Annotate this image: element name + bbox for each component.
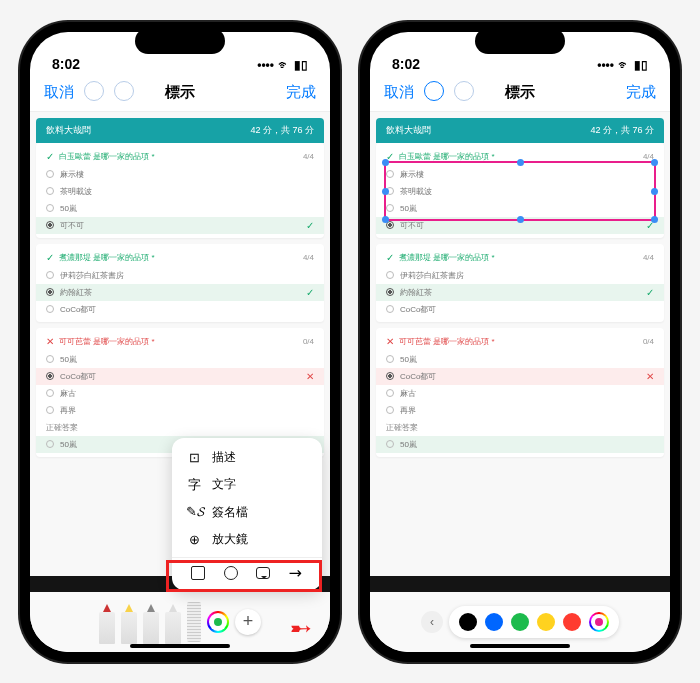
nav-bar: 取消 標示 完成: [370, 74, 670, 112]
question-card-1: ✓白玉歐蕾 是哪一家的品項 * 4/4 麻示樓 茶明載波 50嵐 可不可✓: [36, 143, 324, 238]
add-menu-popup: ⊡描述 字文字 ✎𝓢簽名檔 ⊕放大鏡 ↗: [172, 438, 322, 590]
undo-button[interactable]: [84, 81, 104, 104]
popup-item-magnifier[interactable]: ⊕放大鏡: [172, 526, 322, 553]
swatch-green[interactable]: [511, 613, 529, 631]
question-card-2: ✓煮濃那堤 是哪一家的品項 * 4/4 伊莉莎白紅茶書房 約翰紅茶✓ CoCo都…: [376, 244, 664, 322]
undo-button[interactable]: [424, 81, 444, 104]
nav-title: 標示: [165, 83, 195, 102]
redo-icon: [114, 81, 134, 101]
bottom-strip: [370, 576, 670, 592]
ruler-tool[interactable]: [187, 602, 201, 642]
phone-right: 8:02 ••••ᯤ▮▯ 取消 標示 完成 飲料大哉問 42 分，共 76 分 …: [360, 22, 680, 662]
pen-tool-1[interactable]: [99, 600, 115, 644]
dynamic-island: [475, 28, 565, 54]
eraser-tool[interactable]: [165, 600, 181, 644]
popup-item-describe[interactable]: ⊡描述: [172, 444, 322, 471]
phone-left: 8:02 ••••ᯤ▮▯ 取消 標示 完成 飲料大哉問 42 分，共 76 分 …: [20, 22, 340, 662]
redo-button[interactable]: [114, 81, 134, 104]
check-icon: ✓: [46, 252, 54, 263]
cancel-button[interactable]: 取消: [44, 83, 74, 102]
markup-toolbar: ‹: [370, 592, 670, 652]
annotation-arrow: ➸: [290, 613, 312, 644]
home-indicator[interactable]: [470, 644, 570, 648]
shape-arrow[interactable]: ↗: [287, 564, 305, 582]
home-indicator[interactable]: [130, 644, 230, 648]
question-card-2: ✓煮濃那堤 是哪一家的品項 * 4/4 伊莉莎白紅茶書房 約翰紅茶✓ CoCo都…: [36, 244, 324, 322]
done-button[interactable]: 完成: [286, 83, 316, 102]
describe-icon: ⊡: [186, 450, 202, 465]
signature-icon: ✎𝓢: [186, 504, 202, 520]
markup-toolbar: +: [30, 592, 330, 652]
nav-title: 標示: [505, 83, 535, 102]
swatch-black[interactable]: [459, 613, 477, 631]
question-card-1: ✓白玉歐蕾 是哪一家的品項 * 4/4 麻示樓 茶明載波 50嵐 可不可✓: [376, 143, 664, 238]
redo-icon: [454, 81, 474, 101]
quiz-score: 42 分，共 76 分: [250, 124, 314, 137]
question-card-3: ✕可可芭蕾 是哪一家的品項 * 0/4 50嵐 CoCo都可✕ 麻古 再界 正確…: [376, 328, 664, 457]
shape-speech-bubble[interactable]: [254, 564, 272, 582]
toolbar-back-button[interactable]: ‹: [421, 611, 443, 633]
quiz-header: 飲料大哉問 42 分，共 76 分: [36, 118, 324, 143]
magnifier-icon: ⊕: [186, 532, 202, 547]
popup-item-signature[interactable]: ✎𝓢簽名檔: [172, 499, 322, 526]
status-time: 8:02: [52, 56, 80, 72]
shape-square[interactable]: [189, 564, 207, 582]
undo-icon: [424, 81, 444, 101]
content-area[interactable]: 飲料大哉問 42 分，共 76 分 ✓白玉歐蕾 是哪一家的品項 * 4/4 麻示…: [370, 112, 670, 576]
cancel-button[interactable]: 取消: [384, 83, 414, 102]
add-button[interactable]: +: [235, 609, 261, 635]
pen-tool-2[interactable]: [121, 600, 137, 644]
status-icons: ••••ᯤ▮▯: [257, 58, 308, 72]
quiz-title: 飲料大哉問: [46, 124, 91, 137]
check-icon: ✓: [46, 151, 54, 162]
redo-button[interactable]: [454, 81, 474, 104]
cross-icon: ✕: [46, 336, 54, 347]
status-time: 8:02: [392, 56, 420, 72]
swatch-blue[interactable]: [485, 613, 503, 631]
status-icons: ••••ᯤ▮▯: [597, 58, 648, 72]
swatch-red[interactable]: [563, 613, 581, 631]
color-picker[interactable]: [207, 611, 229, 633]
shape-bar: ↗: [172, 557, 322, 584]
nav-bar: 取消 標示 完成: [30, 74, 330, 112]
popup-item-text[interactable]: 字文字: [172, 471, 322, 499]
color-picker[interactable]: [589, 612, 609, 632]
pen-tool-3[interactable]: [143, 600, 159, 644]
text-icon: 字: [186, 476, 202, 494]
done-button[interactable]: 完成: [626, 83, 656, 102]
dynamic-island: [135, 28, 225, 54]
color-palette: [449, 606, 619, 638]
quiz-header: 飲料大哉問 42 分，共 76 分: [376, 118, 664, 143]
undo-icon: [84, 81, 104, 101]
swatch-yellow[interactable]: [537, 613, 555, 631]
shape-circle[interactable]: [222, 564, 240, 582]
